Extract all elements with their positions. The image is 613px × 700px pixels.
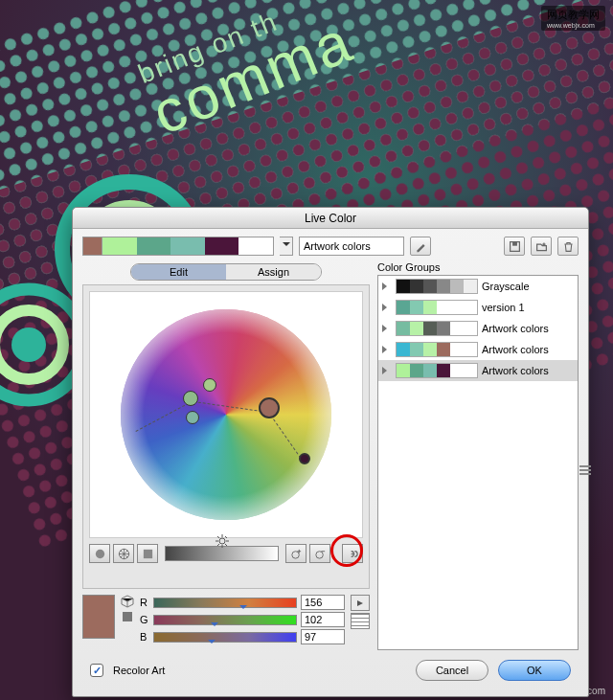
group-name: version 1 [482, 302, 525, 313]
current-color-swatch[interactable] [82, 595, 115, 639]
swatch[interactable] [137, 237, 171, 255]
harmony-dropdown-label: Artwork colors [304, 240, 371, 252]
save-group-button[interactable] [504, 237, 525, 256]
svg-point-15 [219, 538, 225, 544]
r-label: R [140, 597, 149, 608]
group-name: Artwork colors [482, 344, 549, 355]
get-colors-from-art-button[interactable] [410, 237, 431, 256]
brightness-slider[interactable] [165, 546, 279, 561]
watermark-text: 网页教学网 [547, 9, 600, 20]
g-slider[interactable] [153, 615, 297, 625]
b-input[interactable] [301, 629, 345, 644]
cancel-button[interactable]: Cancel [416, 660, 488, 681]
color-group-row[interactable]: Artwork colors [378, 318, 578, 339]
group-name: Artwork colors [482, 323, 549, 334]
live-color-dialog: Live Color Artwork colors [72, 207, 589, 697]
color-bars-button[interactable] [137, 544, 158, 563]
b-label: B [140, 631, 149, 643]
new-group-button[interactable] [531, 237, 552, 256]
color-wheel-area[interactable] [89, 291, 363, 538]
color-handle[interactable] [203, 378, 216, 392]
svg-point-12 [95, 549, 103, 557]
base-color-swatch[interactable] [83, 237, 102, 255]
group-swatches [396, 363, 478, 378]
wheel-tool-row [89, 544, 363, 563]
group-swatches [396, 321, 478, 336]
swatch-below-icon[interactable] [121, 610, 134, 623]
svg-rect-18 [123, 612, 132, 621]
harmony-dropdown[interactable]: Artwork colors [299, 237, 404, 256]
rgb-editor: R G B [82, 595, 370, 646]
list-resize-grip[interactable] [579, 463, 591, 478]
disclosure-icon[interactable] [382, 367, 391, 374]
smooth-wheel-button[interactable] [89, 544, 110, 563]
color-group-row[interactable]: version 1 [378, 297, 578, 318]
color-groups-list[interactable]: Grayscale version 1 Artwork colors [377, 275, 579, 650]
group-swatches [102, 237, 273, 255]
rgb-sliders: R G B [140, 595, 345, 646]
swatch[interactable] [205, 237, 239, 255]
dialog-title[interactable]: Live Color [73, 208, 588, 229]
r-slider[interactable] [153, 598, 297, 608]
color-wheel[interactable] [121, 309, 331, 520]
brightness-icon [215, 533, 230, 549]
color-mode-flyout[interactable] [351, 595, 370, 611]
swatch[interactable] [170, 237, 205, 255]
b-slider[interactable] [153, 632, 297, 643]
limit-to-library-button[interactable] [351, 613, 370, 629]
add-color-tool[interactable] [285, 544, 306, 563]
disclosure-icon[interactable] [382, 325, 391, 332]
color-group-row[interactable]: Grayscale [378, 276, 578, 297]
group-swatches [396, 300, 478, 315]
color-handle-base[interactable] [259, 397, 280, 418]
current-swatch-block [82, 595, 115, 639]
disclosure-icon[interactable] [382, 282, 391, 290]
mode-tabs: Edit Assign [130, 263, 322, 281]
color-handle[interactable] [186, 411, 199, 424]
disclosure-icon[interactable] [382, 304, 391, 311]
group-name: Grayscale [482, 281, 530, 292]
remove-color-tool[interactable] [309, 544, 330, 563]
r-input[interactable] [301, 595, 345, 610]
recolor-art-checkbox[interactable] [90, 664, 103, 677]
color-groups-panel: Color Groups Grayscale version 1 [377, 261, 579, 650]
color-group-row[interactable]: Artwork colors [378, 360, 578, 381]
recolor-art-label: Recolor Art [113, 665, 165, 676]
group-swatches [396, 279, 478, 294]
g-input[interactable] [301, 612, 345, 627]
svg-rect-11 [512, 241, 517, 245]
watermark-url: www.webjx.com [547, 22, 600, 29]
group-name: Artwork colors [482, 365, 549, 376]
tab-assign[interactable]: Assign [226, 264, 321, 280]
svg-point-9 [11, 327, 46, 362]
color-wheel-container [82, 284, 370, 589]
rgb-side-buttons [351, 595, 370, 629]
group-swatches [396, 342, 478, 357]
disclosure-icon[interactable] [382, 346, 391, 353]
g-label: G [140, 614, 149, 625]
dialog-footer: Recolor Art Cancel OK [82, 650, 579, 687]
svg-point-16 [291, 551, 298, 557]
out-of-gamut-icon[interactable] [121, 595, 134, 608]
svg-rect-14 [143, 549, 151, 557]
tab-edit[interactable]: Edit [131, 264, 226, 280]
swatch[interactable] [102, 237, 137, 255]
edit-panel: Edit Assign [82, 261, 370, 650]
top-toolbar: Artwork colors [82, 237, 579, 256]
swatch-modifiers [121, 595, 134, 623]
link-harmony-button[interactable] [342, 544, 363, 563]
watermark-top: 网页教学网 www.webjx.com [541, 6, 605, 31]
active-color-group-swatches[interactable] [82, 237, 274, 256]
segmented-wheel-button[interactable] [113, 544, 134, 563]
harmony-rules-dropdown[interactable] [280, 237, 293, 256]
color-groups-title: Color Groups [377, 261, 579, 273]
color-handle[interactable] [183, 391, 198, 406]
color-group-row[interactable]: Artwork colors [378, 339, 578, 360]
svg-point-17 [315, 551, 322, 557]
ok-button[interactable]: OK [498, 660, 571, 681]
color-handle[interactable] [299, 453, 310, 464]
delete-group-button[interactable] [557, 237, 579, 256]
swatch[interactable] [238, 237, 273, 255]
